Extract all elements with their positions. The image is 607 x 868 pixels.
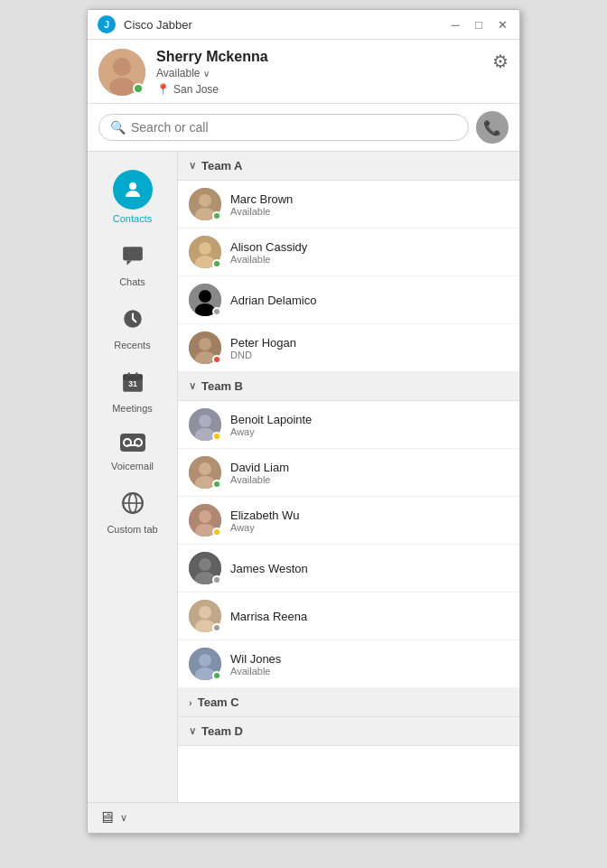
contacts-label: Contacts [113, 213, 152, 224]
svg-text:J: J [104, 19, 109, 30]
svg-point-46 [199, 606, 211, 619]
svg-point-49 [199, 654, 211, 667]
contact-item[interactable]: Alison Cassidy Available [178, 229, 519, 276]
contact-info: Marc Brown Available [230, 192, 509, 217]
window-controls: ─ □ ✕ [447, 16, 510, 33]
settings-button[interactable]: ⚙ [492, 51, 509, 72]
contact-status-text: Away [230, 522, 509, 533]
group-name: Team B [201, 379, 243, 393]
contact-name: Wil Jones [230, 652, 509, 666]
profile-avatar-container[interactable] [98, 49, 145, 96]
display-icon[interactable]: 🖥 [98, 808, 115, 827]
contact-info: James Weston [230, 562, 509, 575]
contact-info: Alison Cassidy Available [230, 240, 509, 265]
sidebar-item-custom-tab[interactable]: Custom tab [92, 482, 173, 544]
chats-label: Chats [119, 276, 145, 287]
group-chevron: › [189, 697, 192, 708]
contact-item[interactable]: Wil Jones Available [178, 640, 519, 688]
sidebar: Contacts Chats [88, 152, 178, 802]
svg-point-31 [199, 338, 211, 350]
profile-area: Sherry Mckenna Available ∨ 📍 San Jose ⚙ [88, 40, 519, 104]
app-title: Cisco Jabber [124, 18, 447, 32]
contact-item[interactable]: James Weston [178, 545, 519, 593]
contact-name: James Weston [230, 562, 509, 575]
contact-info: Peter Hogan DND [230, 336, 509, 360]
search-bar: 🔍 📞 [88, 104, 519, 152]
svg-point-40 [199, 510, 211, 523]
contact-info: David Liam Available [230, 461, 509, 485]
title-bar: J Cisco Jabber ─ □ ✕ [88, 10, 519, 40]
contact-name: Marc Brown [230, 192, 509, 206]
contact-info: Benoit Lapointe Away [230, 413, 509, 437]
contact-status-text: Away [230, 426, 509, 437]
group-name: Team C [198, 695, 239, 709]
profile-location: 📍 San Jose [156, 83, 509, 96]
group-header-team-c[interactable]: › Team C [178, 688, 519, 717]
group-chevron: ∨ [189, 725, 196, 737]
contact-item[interactable]: David Liam Available [178, 449, 519, 497]
contact-name: Peter Hogan [230, 336, 509, 350]
maximize-button[interactable]: □ [471, 16, 487, 33]
bottom-bar: 🖥 ∨ [88, 802, 519, 833]
contacts-icon [113, 170, 153, 210]
contact-item[interactable]: Adrian Delamico [178, 276, 519, 324]
close-button[interactable]: ✕ [494, 16, 510, 33]
svg-point-22 [199, 194, 211, 207]
svg-text:31: 31 [128, 379, 137, 388]
profile-location-text: San Jose [173, 83, 219, 96]
profile-status-row[interactable]: Available ∨ [156, 67, 509, 79]
sidebar-item-contacts[interactable]: Contacts [92, 161, 173, 233]
display-chevron[interactable]: ∨ [120, 812, 127, 824]
group-name: Team A [201, 159, 243, 173]
sidebar-item-recents[interactable]: Recents [92, 298, 173, 359]
sidebar-item-meetings[interactable]: 31 Meetings [92, 361, 173, 423]
contact-item[interactable]: Peter Hogan DND [178, 324, 519, 372]
contact-item[interactable]: Marrisa Reena [178, 593, 519, 640]
contact-status-text: Available [230, 206, 509, 217]
contact-item[interactable]: Benoit Lapointe Away [178, 401, 519, 449]
custom-tab-icon [121, 491, 145, 520]
recents-label: Recents [114, 340, 150, 350]
voicemail-label: Voicemail [111, 461, 154, 471]
contact-item[interactable]: Marc Brown Available [178, 181, 519, 229]
contact-name: Adrian Delamico [230, 294, 509, 307]
search-input[interactable] [131, 120, 457, 135]
svg-point-34 [199, 415, 211, 427]
svg-rect-17 [127, 444, 138, 446]
contact-status-text: DND [230, 350, 509, 360]
svg-point-3 [113, 58, 131, 76]
profile-name: Sherry Mckenna [156, 49, 509, 65]
custom-tab-label: Custom tab [107, 524, 157, 535]
contact-info: Adrian Delamico [230, 294, 509, 307]
profile-info: Sherry Mckenna Available ∨ 📍 San Jose [156, 49, 509, 96]
group-chevron: ∨ [189, 380, 196, 392]
group-header-team-b[interactable]: ∨ Team B [178, 372, 519, 401]
call-button[interactable]: 📞 [476, 111, 509, 144]
svg-rect-13 [135, 372, 137, 376]
call-icon: 📞 [483, 119, 501, 136]
sidebar-item-voicemail[interactable]: Voicemail [92, 425, 173, 481]
main-layout: Contacts Chats [88, 152, 519, 802]
profile-status-text: Available [156, 67, 200, 79]
location-pin-icon: 📍 [156, 83, 170, 96]
contact-status-text: Available [230, 474, 509, 485]
minimize-button[interactable]: ─ [447, 16, 463, 33]
group-header-team-d[interactable]: ∨ Team D [178, 717, 519, 746]
contact-item[interactable]: Elizabeth Wu Away [178, 497, 519, 545]
contact-info: Wil Jones Available [230, 652, 509, 677]
profile-status-dot [133, 83, 144, 94]
contact-info: Marrisa Reena [230, 610, 509, 623]
contact-name: Marrisa Reena [230, 610, 509, 623]
group-header-team-a[interactable]: ∨ Team A [178, 152, 519, 181]
search-input-wrap[interactable]: 🔍 [98, 114, 469, 141]
recents-icon [121, 307, 145, 336]
svg-marker-7 [126, 260, 131, 265]
chats-icon [121, 244, 145, 273]
svg-point-37 [199, 462, 211, 475]
group-name: Team D [201, 724, 243, 738]
sidebar-item-chats[interactable]: Chats [92, 235, 173, 296]
svg-rect-12 [127, 372, 129, 376]
contact-info: Elizabeth Wu Away [230, 509, 509, 533]
group-chevron: ∨ [189, 160, 196, 172]
contact-name: David Liam [230, 461, 509, 474]
